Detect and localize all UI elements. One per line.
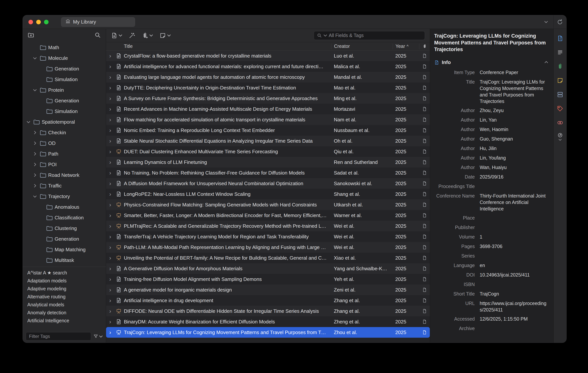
tag-item[interactable]: Artificial Intelligence [23,317,106,325]
sidebar-item-road-network[interactable]: Road Network [23,170,106,180]
notes-tab-icon[interactable] [556,76,564,85]
item-row[interactable]: ›Unveiling the Potential of BERT-family:… [106,252,430,263]
item-row[interactable]: ›TransferTraj: A Vehicle Trajectory Lear… [106,231,430,242]
expand-chevron-icon[interactable]: › [106,329,114,335]
expand-chevron-icon[interactable]: › [106,287,114,293]
field-value[interactable]: 2025/09/16 [480,174,548,180]
sidebar-item-clustering[interactable]: Clustering [23,223,106,234]
item-row[interactable]: ›Physics-Constrained Flow Matching: Samp… [106,199,430,210]
expand-chevron-icon[interactable]: › [106,319,114,325]
item-row[interactable]: ›TrajCogn: Leveraging LLMs for Cognizing… [106,327,430,338]
field-value[interactable]: Wan, Huaiyu [480,164,548,171]
collapse-section-chevron-icon[interactable] [544,61,548,64]
expand-chevron-icon[interactable]: › [106,255,114,261]
item-row[interactable]: ›Flow matching for accelerated simulatio… [106,114,430,125]
expand-chevron-icon[interactable]: › [106,117,114,122]
new-collection-button[interactable] [28,32,34,39]
locate-tab-icon[interactable] [556,132,564,141]
expand-chevron-icon[interactable]: › [106,181,114,186]
expand-chevron-icon[interactable]: › [106,244,114,250]
field-value[interactable]: Thirty-Fourth International Joint Confer… [480,193,548,212]
expand-chevron-icon[interactable]: › [106,96,114,101]
sidebar-item-math[interactable]: Math [23,42,106,53]
tag-item[interactable]: A^\star A ★ search [23,269,106,277]
collection-search-icon[interactable] [94,32,101,39]
tag-item[interactable]: Adaptive modeling [23,285,106,293]
sidebar-item-anomalous[interactable]: Anomalous [23,202,106,212]
column-header-year[interactable]: Year ^ [393,44,419,49]
expand-chevron-icon[interactable]: › [106,64,114,69]
tab-my-library[interactable]: My Library [61,17,135,27]
field-value[interactable]: Lin, Yan [480,117,548,123]
tag-item[interactable]: Adaptation models [23,277,106,285]
field-value[interactable]: https://www.ijcai.org/proceedings/2025/4… [480,300,548,313]
field-value[interactable]: Wen, Haomin [480,126,548,132]
chevron-right-icon[interactable] [32,184,38,188]
item-row[interactable]: ›A Diffusion Model Framework for Unsuper… [106,178,430,189]
sidebar-item-od[interactable]: OD [23,138,106,149]
expand-chevron-icon[interactable]: › [106,266,114,271]
expand-chevron-icon[interactable]: › [106,191,114,197]
field-value[interactable]: Conference Paper [480,69,548,76]
chevron-right-icon[interactable] [32,163,38,166]
expand-chevron-icon[interactable]: › [106,127,114,133]
item-row[interactable]: ›No Training, No Problem: Rethinking Cla… [106,167,430,178]
sidebar-item-generation[interactable]: Generation [23,95,106,106]
sidebar-item-simulation[interactable]: Simulation [23,106,106,117]
item-row[interactable]: ›A Generative Diffusion Model for Amorph… [106,263,430,274]
chevron-right-icon[interactable] [32,152,38,156]
expand-chevron-icon[interactable]: › [106,202,114,208]
sidebar-item-multitask[interactable]: Multitask [23,255,106,265]
item-row[interactable]: ›PLMTrajRec: A Scalable and Generalizabl… [106,221,430,231]
chevron-down-icon[interactable] [25,121,32,123]
sidebar-item-molecule[interactable]: Molecule [23,53,106,64]
expand-chevron-icon[interactable]: › [106,298,114,303]
sync-icon[interactable] [554,19,566,25]
field-value[interactable]: 12/6/2025, 1:15:50 PM [480,316,548,322]
item-row[interactable]: ›Artificial intelligence in drug develop… [106,295,430,306]
sidebar-item-traffic[interactable]: Traffic [23,180,106,191]
item-row[interactable]: ›Artificial intelligence for advanced fu… [106,61,430,72]
field-value[interactable]: 1 [480,234,548,240]
new-attachment-button[interactable] [142,32,153,39]
column-header-attachments[interactable] [419,44,430,49]
libraries-tab-icon[interactable] [556,90,564,99]
sidebar-item-classification[interactable]: Classification [23,212,106,223]
field-value[interactable]: Hu, Jilin [480,145,548,152]
field-value[interactable]: TrajCogn [480,291,548,297]
item-row[interactable]: ›DUET: Dual Clustering Enhanced Multivar… [106,146,430,157]
search-input[interactable] [329,33,422,38]
column-header-title[interactable]: Title [123,44,331,49]
attachments-tab-icon[interactable] [556,62,564,71]
item-row[interactable]: ›CrystalFlow: a flow-based generative mo… [106,51,430,61]
info-tab-icon[interactable] [556,34,564,43]
item-row[interactable]: ›A Survey on Future Frame Synthesis: Bri… [106,93,430,104]
expand-chevron-icon[interactable]: › [106,106,114,112]
field-value[interactable]: 3698-3706 [480,243,548,250]
new-item-button[interactable] [111,32,122,39]
chevron-right-icon[interactable] [32,131,38,134]
item-row[interactable]: ›Recent Advances in Machine Learning-Ass… [106,104,430,114]
expand-chevron-icon[interactable]: › [106,53,114,59]
close-window-button[interactable] [29,20,33,24]
tag-item[interactable]: Alternative routing [23,293,106,301]
item-row[interactable]: ›DutyTTE: Deciphering Uncertainty in Ori… [106,82,430,93]
sidebar-item-generation[interactable]: Generation [23,234,106,244]
new-note-button[interactable] [159,32,171,39]
expand-chevron-icon[interactable]: › [106,234,114,240]
sidebar-item-map-matching[interactable]: Map Matching [23,244,106,255]
field-value[interactable]: Guo, Shengnan [480,136,548,142]
field-value[interactable]: 10.24963/ijcai.2025/411 [480,272,548,278]
expand-chevron-icon[interactable]: › [106,223,114,229]
item-row[interactable]: ›Nomic Embed: Training a Reproducible Lo… [106,125,430,136]
chevron-down-icon[interactable] [32,89,38,91]
item-row[interactable]: ›Smarter, Better, Faster, Longer: A Mode… [106,210,430,221]
related-tab-icon[interactable] [556,119,564,127]
item-row[interactable]: ›Evaluating large language model agents … [106,72,430,82]
add-by-identifier-button[interactable] [129,32,135,39]
field-value[interactable]: Lin, Youfang [480,154,548,161]
field-value[interactable]: Zhou, Zeyu [480,107,548,114]
item-row[interactable]: ›LongRoPE2: Near-Lossless LLM Context Wi… [106,189,430,199]
sidebar-item-simulation[interactable]: Simulation [23,74,106,85]
zoom-window-button[interactable] [44,20,49,24]
